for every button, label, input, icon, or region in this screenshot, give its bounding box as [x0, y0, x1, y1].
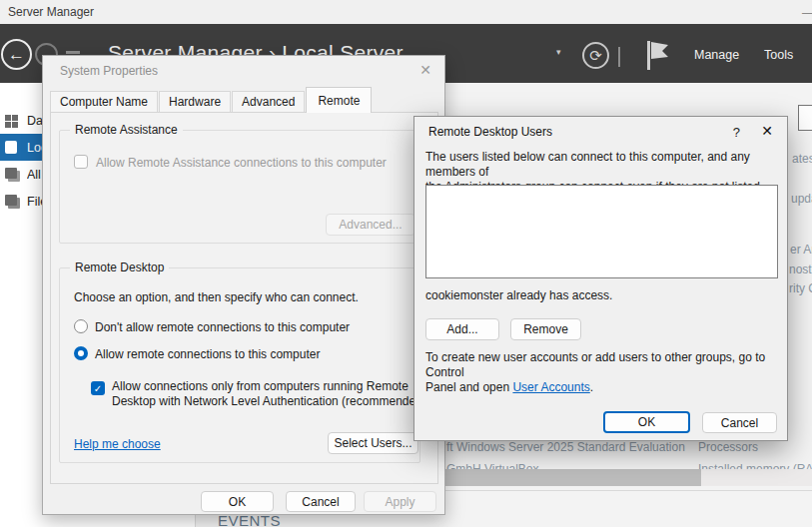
tab-strip: Computer Name Hardware Advanced Remote [50, 92, 373, 113]
file-storage-icon [5, 195, 20, 209]
sp-ok-button[interactable]: OK [201, 491, 274, 512]
sp-cancel-button[interactable]: Cancel [286, 491, 356, 512]
remote-assistance-group: Remote Assistance Allow Remote Assistanc… [59, 130, 420, 244]
advanced-button[interactable]: Advanced... [326, 214, 415, 236]
close-icon[interactable]: ✕ [761, 123, 773, 139]
user-accounts-link[interactable]: User Accounts [512, 380, 589, 394]
dont-allow-radio[interactable] [74, 319, 88, 333]
rdu-cancel-button[interactable]: Cancel [702, 412, 777, 433]
help-icon[interactable]: ? [733, 125, 740, 140]
dialog-footer-text: To create new user accounts or add users… [425, 350, 781, 395]
bg-fragment: rity C [789, 281, 812, 295]
server-glyph-icon [66, 51, 80, 54]
window-titlebar: Server Manager — [0, 0, 812, 24]
dialog-title: Remote Desktop Users [428, 125, 552, 139]
processors-label: Processors [698, 440, 758, 454]
allow-radio[interactable] [74, 346, 88, 360]
dashboard-icon [5, 114, 20, 128]
bg-fragment: ates [792, 152, 812, 166]
add-button[interactable]: Add... [425, 318, 499, 340]
system-properties-dialog: System Properties ✕ Computer Name Hardwa… [42, 55, 445, 515]
chevron-down-icon[interactable]: ▾ [556, 47, 561, 57]
users-listbox[interactable] [425, 185, 778, 278]
help-me-choose-link[interactable]: Help me choose [74, 437, 161, 451]
remote-assistance-checkbox[interactable] [74, 155, 88, 169]
tab-remote[interactable]: Remote [306, 87, 372, 113]
server-manager-window: Server Manager — ← → Server Manager › Lo… [0, 0, 812, 527]
access-status-text: cookiemonster already has access. [425, 288, 612, 302]
remote-desktop-users-dialog: Remote Desktop Users ? ✕ The users liste… [413, 116, 788, 441]
rdu-ok-button[interactable]: OK [603, 411, 690, 433]
notifications-flag-icon[interactable] [644, 40, 670, 72]
dialog-title: System Properties [60, 64, 158, 78]
window-title: Server Manager [8, 5, 94, 19]
refresh-icon[interactable]: ⟳ [582, 42, 609, 69]
tab-hardware[interactable]: Hardware [159, 91, 231, 113]
remove-button[interactable]: Remove [510, 318, 581, 340]
minimize-icon[interactable]: — [802, 5, 812, 20]
remote-desktop-intro: Choose an option, and then specify who c… [74, 290, 359, 304]
nla-checkbox[interactable]: ✓ [91, 381, 105, 395]
select-users-button[interactable]: Select Users... [328, 432, 418, 454]
close-icon[interactable]: ✕ [419, 62, 431, 78]
tools-menu[interactable]: Tools [764, 48, 793, 62]
toolbar-separator [618, 47, 620, 67]
os-version-text: ft Windows Server 2025 Standard Evaluati… [446, 440, 685, 454]
tab-computer-name[interactable]: Computer Name [50, 91, 158, 113]
all-servers-icon [5, 168, 20, 182]
bg-fragment: er An [790, 243, 812, 257]
manage-menu[interactable]: Manage [694, 48, 739, 62]
remote-tab-panel: Remote Assistance Allow Remote Assistanc… [50, 112, 438, 484]
tab-advanced[interactable]: Advanced [232, 91, 305, 113]
bg-fragment: upda [791, 192, 812, 206]
back-icon[interactable]: ← [1, 39, 32, 70]
remote-desktop-group: Remote Desktop Choose an option, and the… [59, 267, 420, 463]
sp-apply-button[interactable]: Apply [364, 491, 436, 512]
tasks-button-fragment[interactable] [798, 105, 812, 131]
local-server-icon [5, 141, 20, 155]
bg-fragment: nosti [789, 263, 812, 276]
